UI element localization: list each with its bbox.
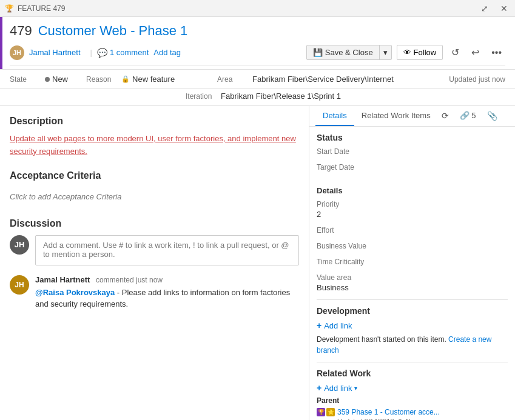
development-section: Development + Add link Development hasn'…	[317, 299, 508, 356]
avatar: JH	[10, 45, 24, 60]
updated-label: Updated just now	[449, 75, 505, 84]
title-bar-left: 🏆 FEATURE 479	[5, 4, 65, 13]
add-tag-button[interactable]: Add tag	[153, 48, 181, 57]
iteration-group: Iteration Fabrikam Fiber\Release 1\Sprin…	[186, 92, 341, 101]
restore-button[interactable]: ⤢	[479, 4, 491, 13]
reason-group: Reason 🔒 New feature	[86, 75, 175, 84]
work-item-title: 479 Customer Web - Phase 1	[10, 23, 505, 39]
parent-icon-purple: 🏆	[317, 408, 325, 416]
comment-text: @Raisa Pokrovskaya - Please add links to…	[35, 287, 299, 310]
related-work-header: Related Work	[317, 368, 508, 378]
title-bar: 🏆 FEATURE 479 ⤢ ✕	[0, 0, 515, 17]
rw-dropdown-arrow[interactable]: ▾	[354, 385, 357, 392]
tab-history-icon[interactable]: ⟳	[438, 106, 453, 126]
eye-icon: 👁	[403, 48, 411, 57]
comment-input[interactable]: Add a comment. Use # to link a work item…	[35, 235, 299, 265]
target-date-row: Target Date	[317, 163, 508, 172]
more-button[interactable]: •••	[488, 46, 505, 59]
details-title: Details	[317, 186, 508, 195]
area-group: Area Fabrikam Fiber\Service Delivery\Int…	[217, 75, 394, 84]
parent-meta: Updated 9/14/2018, New	[337, 418, 440, 420]
follow-label: Follow	[414, 48, 437, 57]
acceptance-placeholder[interactable]: Click to add Acceptance Criteria	[10, 187, 299, 206]
comment-time: commented just now	[96, 276, 163, 284]
toolbar: JH Jamal Hartnett | 💬 1 comment Add tag …	[10, 45, 505, 65]
title-bar-label: FEATURE 479	[18, 4, 65, 13]
discussion-title: Discussion	[10, 218, 299, 229]
iteration-value[interactable]: Fabrikam Fiber\Release 1\Sprint 1	[221, 92, 341, 101]
tab-links[interactable]: 🔗 5	[453, 106, 483, 126]
related-work-title: Related Work	[317, 368, 371, 378]
add-link-label: Add link	[324, 321, 352, 330]
priority-value[interactable]: 2	[317, 210, 508, 219]
area-value[interactable]: Fabrikam Fiber\Service Delivery\Internet	[252, 75, 394, 84]
save-close-main[interactable]: 💾 Save & Close	[307, 45, 380, 59]
undo-button[interactable]: ↩	[468, 45, 483, 59]
priority-row: Priority 2	[317, 200, 508, 219]
refresh-button[interactable]: ↺	[448, 45, 463, 59]
link-count: 5	[471, 111, 476, 120]
save-close-button[interactable]: 💾 Save & Close ▾	[306, 45, 392, 60]
details-right: Details Priority 2 Effort Business Value…	[317, 181, 508, 292]
follow-button[interactable]: 👁 Follow	[397, 45, 443, 60]
save-icon: 💾	[313, 48, 323, 57]
rw-plus-icon: +	[317, 383, 321, 393]
left-panel: Description Update all web pages to more…	[0, 106, 309, 420]
start-date-label: Start Date	[317, 147, 508, 156]
dev-text: Development hasn't started on this item.…	[317, 334, 508, 356]
accent-border	[0, 17, 2, 69]
assignee-name[interactable]: Jamal Hartnett	[29, 48, 81, 57]
tab-details[interactable]: Details	[315, 106, 354, 126]
dev-add-link-button[interactable]: + Add link	[317, 321, 508, 330]
meta-row: State New Reason 🔒 New feature Area Fabr…	[0, 70, 515, 89]
tabs: Details Related Work Items ⟳ 🔗 5 📎	[309, 106, 515, 127]
area-label: Area	[217, 75, 247, 84]
right-content: Status Start Date Target Date Details Pr…	[309, 127, 515, 420]
time-criticality-label: Time Criticality	[317, 258, 508, 266]
current-user-avatar: JH	[10, 235, 29, 255]
comment-button[interactable]: 💬 1 comment	[97, 48, 149, 58]
parent-label: Parent	[317, 396, 508, 405]
parent-info: 359 Phase 1 - Customer acce... Updated 9…	[337, 407, 440, 420]
comment-header: Jamal Hartnett commented just now	[35, 275, 299, 284]
acceptance-title: Acceptance Criteria	[10, 170, 299, 181]
target-date-label: Target Date	[317, 163, 508, 172]
rw-add-link-button[interactable]: + Add link ▾	[317, 383, 508, 393]
parent-item-text[interactable]: 359 Phase 1 - Customer acce...	[337, 407, 440, 418]
value-area-label: Value area	[317, 273, 508, 282]
work-item-name[interactable]: Customer Web - Phase 1	[38, 23, 188, 39]
work-item-id: 479	[10, 23, 32, 39]
commenter-avatar: JH	[10, 275, 29, 295]
rw-add-link-label: Add link	[324, 384, 352, 393]
status-title: Status	[317, 133, 508, 142]
tab-related-work-items[interactable]: Related Work Items	[354, 106, 438, 126]
save-close-label: Save & Close	[325, 48, 373, 57]
discussion-section: Discussion JH Add a comment. Use # to li…	[10, 218, 299, 310]
title-bar-controls: ⤢ ✕	[479, 4, 510, 13]
value-area-row: Value area Business	[317, 273, 508, 292]
parent-icon-gold: ⭐	[326, 408, 335, 416]
plus-icon: +	[317, 321, 321, 330]
header: 479 Customer Web - Phase 1 JH Jamal Hart…	[0, 17, 515, 70]
effort-row: Effort	[317, 226, 508, 235]
parent-icons: 🏆 ⭐	[317, 408, 335, 416]
state-label: State	[10, 75, 40, 84]
save-close-dropdown[interactable]: ▾	[380, 45, 391, 59]
value-area-value[interactable]: Business	[317, 283, 508, 292]
description-title: Description	[10, 116, 299, 127]
iteration-label: Iteration	[186, 92, 216, 101]
comment-item: JH Jamal Hartnett commented just now @Ra…	[10, 275, 299, 310]
business-value-row: Business Value	[317, 242, 508, 250]
time-criticality-row: Time Criticality	[317, 258, 508, 266]
development-title: Development	[317, 306, 508, 316]
parent-item: 🏆 ⭐ 359 Phase 1 - Customer acce... Updat…	[317, 407, 508, 420]
close-button[interactable]: ✕	[498, 4, 510, 13]
iteration-row: Iteration Fabrikam Fiber\Release 1\Sprin…	[0, 89, 515, 106]
commenter-name: Jamal Hartnett	[35, 275, 90, 284]
feature-icon: 🏆	[5, 4, 14, 13]
mention[interactable]: @Raisa Pokrovskaya	[35, 288, 115, 297]
status-section: Status Start Date Target Date	[317, 133, 508, 172]
comment-count: 1 comment	[110, 48, 149, 57]
tab-attach-icon[interactable]: 📎	[483, 106, 501, 126]
priority-label: Priority	[317, 200, 508, 208]
